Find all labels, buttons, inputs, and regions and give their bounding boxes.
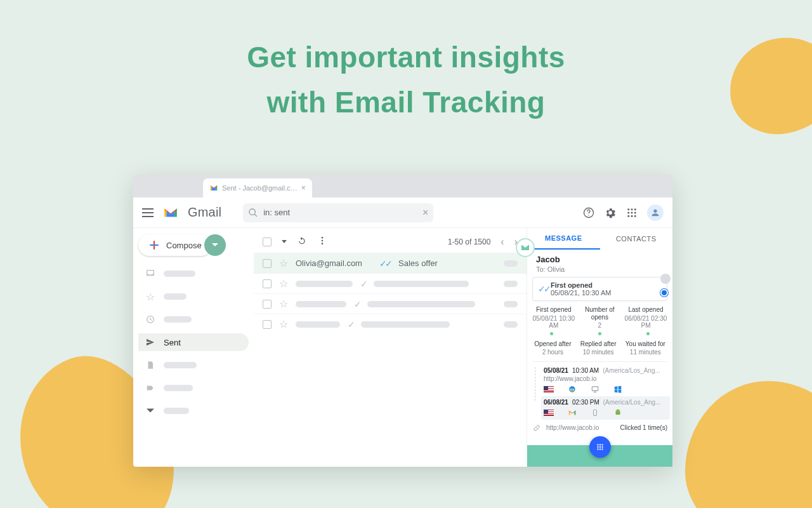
stat-label: Replied after bbox=[580, 340, 617, 348]
link-click-count: Clicked 1 time(s) bbox=[620, 424, 667, 431]
link-url: http://www.jacob.io bbox=[546, 424, 599, 431]
link-icon bbox=[532, 424, 541, 432]
tracking-event: 06/08/21 02:30 PM (America/Los_Ang... bbox=[541, 396, 670, 420]
placeholder bbox=[374, 281, 469, 287]
svg-point-6 bbox=[631, 211, 633, 213]
star-toggle[interactable]: ☆ bbox=[279, 298, 288, 310]
ie-browser-icon bbox=[568, 385, 577, 394]
clock-icon bbox=[145, 314, 156, 325]
mail-row[interactable]: ☆ ✓ bbox=[254, 273, 527, 293]
compose-button[interactable]: Compose bbox=[138, 234, 212, 256]
star-toggle[interactable]: ☆ bbox=[279, 318, 288, 330]
row-checkbox[interactable] bbox=[263, 259, 272, 268]
sidebar-item-sent[interactable]: Sent bbox=[138, 333, 249, 351]
row-sender: Olivia@gmail.com bbox=[296, 258, 372, 268]
apps-grid-icon[interactable] bbox=[625, 206, 638, 219]
tracking-event: 05/08/21 10:30 AM (America/Los_Ang... ht… bbox=[544, 364, 667, 396]
svg-point-9 bbox=[631, 215, 633, 217]
panel-fab-button[interactable] bbox=[589, 436, 611, 458]
stat-value: 2 hours bbox=[534, 349, 571, 356]
svg-point-17 bbox=[322, 243, 324, 244]
stat-label: Last opened bbox=[623, 306, 669, 314]
sidebar-item-label[interactable] bbox=[138, 379, 249, 397]
panel-tab-message[interactable]: MESSAGE bbox=[527, 228, 600, 250]
prev-page-button[interactable]: ‹ bbox=[501, 236, 504, 248]
browser-tab[interactable]: Sent - Jacob@gmail.c… × bbox=[203, 178, 312, 197]
us-flag-icon bbox=[544, 410, 554, 416]
settings-gear-icon[interactable] bbox=[604, 206, 617, 219]
placeholder-label bbox=[164, 271, 195, 277]
star-icon: ☆ bbox=[145, 291, 156, 302]
windows-icon bbox=[613, 385, 622, 394]
stat-value: 10 minutes bbox=[580, 349, 617, 356]
placeholder bbox=[367, 301, 475, 307]
mail-row[interactable]: ☆ ✓ bbox=[254, 293, 527, 314]
row-checkbox[interactable] bbox=[263, 300, 272, 309]
svg-point-31 bbox=[599, 448, 600, 450]
event-timezone: (America/Los_Ang... bbox=[603, 367, 660, 374]
mail-row[interactable]: ☆ ✓ bbox=[254, 314, 527, 334]
help-icon[interactable] bbox=[582, 206, 595, 219]
clear-search-icon[interactable]: × bbox=[422, 207, 428, 218]
svg-point-10 bbox=[634, 215, 636, 217]
tab-close-icon[interactable]: × bbox=[301, 184, 306, 192]
sent-icon bbox=[145, 337, 156, 348]
mail-row[interactable]: ☆ Olivia@gmail.com ✓✓ Sales offer bbox=[254, 253, 527, 273]
browser-window: Sent - Jacob@gmail.c… × Gmail in: sent × bbox=[133, 175, 672, 467]
tag-icon bbox=[145, 382, 156, 394]
decorative-blob bbox=[685, 381, 812, 508]
row-subject: Sales offer bbox=[398, 258, 438, 268]
compose-dropdown[interactable] bbox=[204, 234, 226, 256]
event-date: 06/08/21 bbox=[544, 399, 568, 406]
placeholder bbox=[504, 301, 518, 307]
star-toggle[interactable]: ☆ bbox=[279, 257, 288, 269]
svg-point-28 bbox=[599, 446, 600, 448]
placeholder bbox=[504, 260, 518, 267]
mobile-icon bbox=[591, 408, 599, 417]
event-url: http://www.jacob.io bbox=[544, 375, 667, 382]
sidebar-item-starred[interactable]: ☆ bbox=[138, 288, 249, 305]
placeholder bbox=[361, 321, 450, 328]
select-dropdown-icon[interactable] bbox=[282, 240, 287, 243]
sidebar-item-drafts[interactable] bbox=[138, 356, 249, 374]
refresh-button[interactable] bbox=[297, 236, 307, 248]
sidebar-item-inbox[interactable] bbox=[138, 265, 249, 283]
event-date: 05/08/21 bbox=[544, 367, 568, 374]
placeholder bbox=[504, 281, 518, 287]
list-toolbar: 1-50 of 1500 ‹ › bbox=[254, 233, 527, 253]
placeholder bbox=[296, 321, 340, 328]
star-toggle[interactable]: ☆ bbox=[279, 277, 288, 290]
search-icon bbox=[248, 208, 258, 218]
svg-point-21 bbox=[595, 414, 596, 415]
panel-tab-contacts[interactable]: CONTACTS bbox=[600, 228, 673, 250]
row-checkbox[interactable] bbox=[263, 320, 272, 329]
sidebar-item-label: Sent bbox=[164, 338, 181, 347]
svg-point-5 bbox=[627, 211, 629, 213]
sidebar-item-more[interactable] bbox=[138, 402, 249, 420]
placeholder bbox=[296, 281, 353, 287]
row-checkbox[interactable] bbox=[263, 279, 272, 288]
app-header: Gmail in: sent × bbox=[133, 197, 672, 228]
sidebar-item-snoozed[interactable] bbox=[138, 311, 249, 328]
stat-label: Number of opens bbox=[579, 306, 620, 321]
app-brand-text: Gmail bbox=[188, 205, 221, 220]
search-input[interactable]: in: sent × bbox=[243, 203, 433, 222]
inbox-icon bbox=[145, 268, 156, 279]
select-all-checkbox[interactable] bbox=[263, 237, 272, 246]
sidebar: Compose ☆ bbox=[133, 228, 254, 467]
desktop-icon bbox=[591, 385, 599, 394]
placeholder-label bbox=[164, 362, 197, 368]
svg-point-26 bbox=[601, 444, 603, 445]
more-menu-icon[interactable] bbox=[317, 236, 327, 248]
stat-value: 11 minutes bbox=[625, 349, 665, 356]
hamburger-menu-icon[interactable] bbox=[142, 208, 154, 217]
hero-line2: with Email Tracking bbox=[0, 80, 812, 125]
pagination-count: 1-50 of 1500 bbox=[448, 237, 490, 246]
draft-icon bbox=[145, 359, 156, 371]
placeholder bbox=[504, 321, 518, 328]
svg-point-29 bbox=[601, 446, 603, 448]
profile-avatar[interactable] bbox=[647, 204, 664, 221]
svg-rect-19 bbox=[592, 386, 598, 390]
read-receipt-icon: ✓ bbox=[360, 279, 366, 289]
plus-icon bbox=[148, 239, 160, 251]
